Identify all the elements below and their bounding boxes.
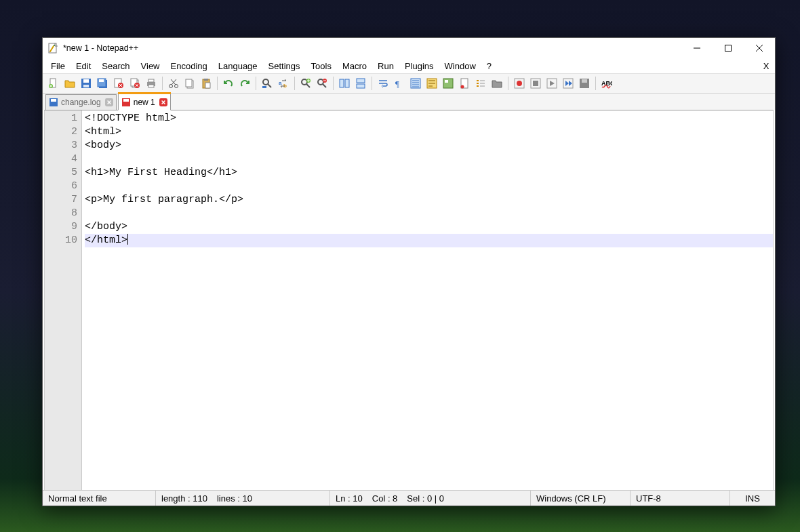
- svg-rect-52: [582, 79, 587, 83]
- menu-plugins[interactable]: Plugins: [399, 60, 439, 73]
- code-line[interactable]: <body>: [85, 139, 773, 152]
- code-area[interactable]: <!DOCTYPE html><html><body><h1>My First …: [82, 110, 773, 490]
- sync-h-icon[interactable]: [353, 76, 368, 91]
- replace-icon[interactable]: ab: [276, 76, 291, 91]
- menu-settings[interactable]: Settings: [263, 60, 306, 73]
- tab-change-log[interactable]: change.log: [45, 94, 117, 110]
- word-wrap-icon[interactable]: [376, 76, 391, 91]
- line-number: 1: [45, 112, 77, 125]
- desktop-background: *new 1 - Notepad++ File Edit Search View…: [0, 0, 800, 532]
- tab-close-icon[interactable]: [105, 98, 113, 106]
- svg-point-26: [263, 79, 268, 85]
- new-file-icon[interactable]: [46, 76, 61, 91]
- toolbar: ab¶ABC: [43, 73, 775, 94]
- code-line[interactable]: <h1>My First Heading</h1>: [85, 166, 773, 180]
- line-number: 2: [45, 125, 77, 139]
- svg-point-20: [175, 85, 178, 88]
- svg-rect-18: [148, 85, 154, 87]
- all-chars-icon[interactable]: ¶: [392, 76, 407, 91]
- copy-icon[interactable]: [182, 76, 197, 91]
- minimize-button[interactable]: [681, 38, 713, 58]
- editor[interactable]: 12345678910 <!DOCTYPE html><html><body><…: [44, 110, 774, 490]
- doc-list-icon[interactable]: [457, 76, 472, 91]
- spell-check-icon[interactable]: ABC: [599, 76, 614, 91]
- udl-icon[interactable]: [424, 76, 439, 91]
- tab-new-1[interactable]: new 1: [118, 94, 171, 110]
- undo-icon[interactable]: [221, 76, 236, 91]
- svg-point-19: [169, 85, 173, 88]
- sync-v-icon[interactable]: [337, 76, 352, 91]
- status-sel: Sel : 0 | 0: [407, 493, 444, 504]
- unsaved-icon: [121, 98, 131, 107]
- close-all-icon[interactable]: [127, 76, 142, 91]
- tab-close-x[interactable]: X: [760, 61, 772, 71]
- svg-rect-48: [533, 81, 538, 86]
- toolbar-separator: [162, 77, 163, 90]
- find-icon[interactable]: [260, 76, 275, 91]
- svg-rect-34: [340, 79, 344, 87]
- print-icon[interactable]: [144, 76, 159, 91]
- close-icon[interactable]: [111, 76, 126, 91]
- code-line[interactable]: [85, 152, 773, 166]
- doc-map-icon[interactable]: [441, 76, 456, 91]
- menu-run[interactable]: Run: [372, 60, 399, 73]
- line-number: 9: [45, 220, 77, 234]
- code-line[interactable]: <html>: [85, 125, 773, 139]
- menu-encoding[interactable]: Encoding: [165, 60, 213, 73]
- code-line[interactable]: [85, 180, 773, 193]
- save-all-icon[interactable]: [95, 76, 110, 91]
- menu-window[interactable]: Window: [439, 60, 481, 73]
- menu-view[interactable]: View: [136, 60, 165, 73]
- close-button[interactable]: [744, 38, 775, 58]
- stop-macro-icon[interactable]: [528, 76, 543, 91]
- status-eol: Windows (CR LF): [531, 491, 631, 506]
- menu-language[interactable]: Language: [213, 60, 263, 73]
- code-line[interactable]: <!DOCTYPE html>: [85, 112, 773, 125]
- toolbar-separator: [372, 77, 372, 90]
- tab-close-icon[interactable]: [159, 98, 167, 106]
- tab-label: change.log: [61, 98, 101, 107]
- status-ln: Ln : 10: [336, 493, 363, 504]
- tab-label: new 1: [134, 98, 155, 107]
- folder-icon[interactable]: [489, 76, 504, 91]
- paste-icon[interactable]: [199, 76, 214, 91]
- svg-text:¶: ¶: [395, 79, 399, 89]
- menu-tools[interactable]: Tools: [306, 60, 337, 73]
- svg-rect-36: [357, 79, 365, 83]
- save-macro-icon[interactable]: [577, 76, 592, 91]
- status-filetype: Normal text file: [43, 491, 156, 506]
- code-line[interactable]: [85, 207, 773, 220]
- cut-icon[interactable]: [166, 76, 181, 91]
- toolbar-separator: [256, 77, 256, 90]
- svg-text:a: a: [279, 80, 282, 86]
- save-icon[interactable]: [79, 76, 94, 91]
- open-file-icon[interactable]: [62, 76, 77, 91]
- menu-bar: File Edit Search View Encoding Language …: [43, 58, 775, 73]
- record-macro-icon[interactable]: [512, 76, 527, 91]
- window-title: *new 1 - Notepad++: [63, 43, 138, 53]
- zoom-out-icon[interactable]: [315, 76, 329, 91]
- code-line[interactable]: </body>: [85, 220, 773, 234]
- svg-point-44: [461, 85, 464, 89]
- play-macro-icon[interactable]: [544, 76, 559, 91]
- redo-icon[interactable]: [237, 76, 252, 91]
- menu-help[interactable]: ?: [481, 60, 497, 73]
- func-list-icon[interactable]: [473, 76, 488, 91]
- indent-guide-icon[interactable]: [408, 76, 423, 91]
- code-line[interactable]: <p>My first paragraph.</p>: [85, 193, 773, 207]
- toolbar-separator: [595, 77, 596, 90]
- line-number: 10: [45, 234, 77, 247]
- menu-search[interactable]: Search: [96, 60, 135, 73]
- zoom-in-icon[interactable]: [298, 76, 313, 91]
- svg-point-32: [318, 79, 323, 85]
- title-bar[interactable]: *new 1 - Notepad++: [43, 38, 775, 58]
- code-line[interactable]: </html>: [85, 234, 773, 247]
- menu-edit[interactable]: Edit: [71, 60, 96, 73]
- saved-icon: [49, 98, 58, 107]
- svg-point-1: [54, 45, 55, 46]
- line-number: 7: [45, 193, 77, 207]
- menu-macro[interactable]: Macro: [337, 60, 372, 73]
- play-multi-icon[interactable]: [561, 76, 576, 91]
- menu-file[interactable]: File: [45, 60, 71, 73]
- maximize-button[interactable]: [713, 38, 744, 58]
